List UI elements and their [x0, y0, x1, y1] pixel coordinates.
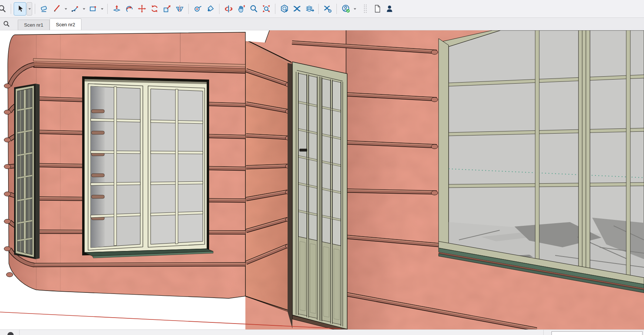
toolbar-grip[interactable]	[363, 4, 367, 14]
eraser-icon	[40, 4, 49, 13]
follow-me-button[interactable]	[123, 2, 135, 16]
3d-warehouse-icon	[280, 4, 289, 13]
help-icon[interactable]	[7, 332, 14, 335]
select-dropdown[interactable]	[27, 2, 32, 16]
tape-measure-icon	[193, 4, 202, 13]
bullnose-corner-window[interactable]	[14, 84, 40, 259]
zoom-icon	[249, 4, 258, 13]
main-toolbar	[0, 0, 644, 18]
zoom-search-icon	[0, 4, 7, 13]
move-button[interactable]	[135, 2, 148, 16]
pan-icon	[237, 4, 246, 13]
status-separator-right	[543, 330, 544, 335]
toolbar-separator	[336, 4, 337, 14]
left-facade[interactable]	[0, 30, 248, 329]
flip-icon	[175, 4, 184, 13]
send-to-layout-button[interactable]	[303, 2, 316, 16]
send-to-layout-icon	[305, 4, 314, 13]
line-icon	[52, 4, 61, 13]
zoom-extents-button[interactable]	[260, 2, 272, 16]
scale-icon	[162, 4, 172, 13]
model-canvas[interactable]	[0, 30, 644, 329]
push-pull-button[interactable]	[110, 2, 123, 16]
push-pull-icon	[112, 4, 121, 13]
extension-warehouse-button[interactable]	[291, 2, 303, 16]
left-casement-window[interactable]	[82, 76, 213, 258]
bay-wall[interactable]	[245, 30, 294, 329]
chevron-down-icon	[64, 7, 68, 11]
line-button[interactable]	[50, 2, 63, 16]
right-window[interactable]	[439, 30, 644, 293]
move-icon	[137, 4, 147, 13]
arc-dropdown[interactable]	[81, 2, 87, 16]
scene-tab-bar: Scen nr1 Scen nr2	[0, 18, 644, 30]
follow-me-icon	[125, 4, 134, 13]
rectangle-button[interactable]	[87, 2, 99, 16]
extension-manager-icon	[323, 4, 332, 13]
status-bar	[0, 329, 644, 335]
extension-warehouse-icon	[292, 4, 302, 13]
tab-scene-2[interactable]: Scen nr2	[50, 19, 81, 30]
orbit-icon	[224, 4, 233, 13]
toolbar-separator	[275, 4, 275, 14]
3d-warehouse-button[interactable]	[278, 2, 291, 16]
arc-button[interactable]	[68, 2, 81, 16]
tab-scene-2-label: Scen nr2	[56, 22, 75, 27]
new-document-button[interactable]	[371, 2, 383, 16]
select-button[interactable]	[14, 2, 26, 16]
toolbar-separator	[107, 4, 108, 14]
arc-icon	[70, 4, 80, 13]
chevron-down-icon	[82, 7, 86, 11]
line-dropdown[interactable]	[63, 2, 68, 16]
chevron-down-icon	[28, 7, 31, 11]
chevron-down-icon	[353, 7, 357, 11]
toolbar-separator	[11, 4, 11, 14]
flip-button[interactable]	[173, 2, 186, 16]
toolbar-separator	[318, 4, 319, 14]
tab-scene-1-label: Scen nr1	[24, 22, 43, 28]
new-document-icon	[373, 4, 382, 13]
measurements-input[interactable]	[551, 331, 643, 335]
model-viewport[interactable]	[0, 30, 644, 329]
paint-bucket-button[interactable]	[204, 2, 217, 16]
toolbar-separator	[188, 4, 189, 14]
magnifier-icon[interactable]	[3, 20, 10, 29]
chevron-down-icon	[100, 7, 104, 11]
door-handle[interactable]	[299, 149, 307, 151]
door-reveal	[288, 63, 292, 329]
right-window-stile	[439, 38, 449, 247]
add-user-icon	[385, 4, 395, 13]
zoom-extents-icon	[262, 4, 271, 13]
zoom-button[interactable]	[247, 2, 260, 16]
toolbar-separator	[35, 4, 35, 14]
pan-button[interactable]	[235, 2, 247, 16]
scale-button[interactable]	[161, 2, 173, 16]
tape-measure-button[interactable]	[191, 2, 204, 16]
tab-scene-1[interactable]: Scen nr1	[18, 20, 50, 30]
extension-manager-button[interactable]	[321, 2, 334, 16]
eraser-button[interactable]	[38, 2, 50, 16]
rectangle-dropdown[interactable]	[99, 2, 105, 16]
rotate-icon	[150, 4, 159, 13]
account-dropdown[interactable]	[352, 2, 358, 16]
select-icon	[16, 4, 25, 13]
french-door[interactable]	[288, 62, 347, 329]
paint-bucket-icon	[206, 4, 215, 13]
status-separator	[19, 330, 20, 335]
add-user-button[interactable]	[383, 2, 396, 16]
toolbar-separator	[219, 4, 219, 14]
right-window-mullion	[578, 30, 590, 269]
account-icon	[341, 4, 350, 13]
orbit-button[interactable]	[222, 2, 235, 16]
rectangle-icon	[88, 4, 98, 13]
zoom-search-button[interactable]	[0, 2, 8, 16]
account-button[interactable]	[339, 2, 352, 16]
rotate-button[interactable]	[148, 2, 161, 16]
